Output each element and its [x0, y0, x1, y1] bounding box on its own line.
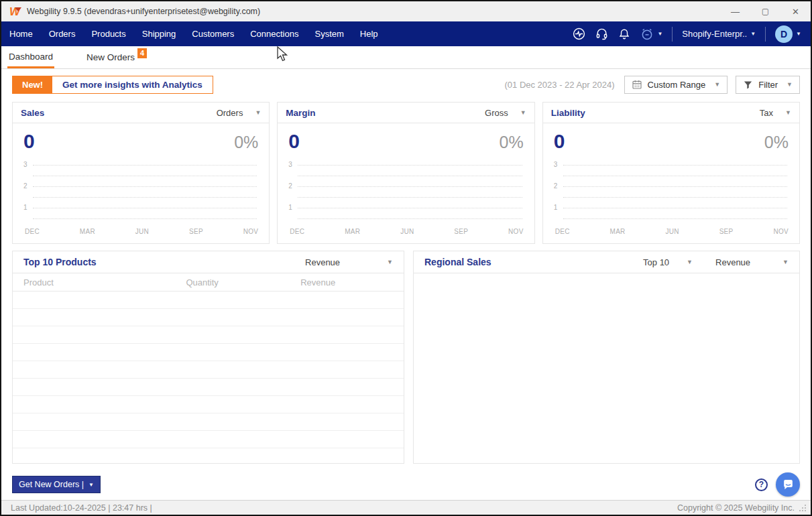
x-axis-tick: JUN [135, 228, 149, 235]
close-button[interactable]: ✕ [780, 1, 811, 21]
help-icon[interactable]: ? [755, 478, 768, 491]
margin-metric-dropdown-value: Gross [485, 108, 508, 118]
liability-percent: 0% [764, 133, 789, 152]
liability-metric-dropdown[interactable]: Tax ▼ [760, 108, 791, 118]
y-axis-tick: 3 [23, 161, 27, 168]
menu-separator [765, 27, 766, 42]
window-title: Webgility 9.9.5 (devendras+unifyenterpri… [27, 7, 260, 16]
get-new-orders-label: Get New Orders | [19, 480, 84, 489]
last-updated-text: Last Updated:10-24-2025 | 23:47 hrs | [11, 503, 152, 513]
x-axis-tick: JUN [665, 228, 679, 235]
analytics-banner[interactable]: New! Get more insights with Analytics [12, 76, 213, 94]
main-menu-bar: Home Orders Products Shipping Customers … [1, 21, 811, 46]
scheduler-clock-icon [640, 27, 654, 41]
tab-dashboard-label: Dashboard [9, 52, 53, 62]
regional-sales-title: Regional Sales [424, 257, 491, 267]
chevron-down-icon: ▼ [657, 31, 662, 37]
y-axis-tick: 1 [554, 204, 558, 211]
chevron-down-icon: ▼ [782, 259, 789, 265]
chevron-down-icon: ▼ [387, 259, 393, 265]
chevron-down-icon: ▼ [687, 259, 693, 265]
chat-launcher-icon[interactable] [776, 472, 800, 497]
store-selector-label: Shopify-Enterpr.. [682, 29, 747, 39]
support-headset-icon[interactable] [595, 27, 608, 41]
new-orders-count-badge: 4 [137, 48, 147, 58]
menu-item-orders[interactable]: Orders [41, 21, 84, 46]
table-row [13, 309, 404, 326]
liability-metric-dropdown-value: Tax [760, 108, 773, 118]
table-row [13, 361, 404, 379]
sales-percent: 0% [234, 133, 258, 152]
top-products-metric-dropdown[interactable]: Revenue ▼ [305, 257, 393, 267]
table-row [13, 326, 404, 344]
status-bar: Last Updated:10-24-2025 | 23:47 hrs | Co… [1, 500, 811, 515]
y-axis-tick: 2 [288, 182, 292, 190]
analytics-banner-label[interactable]: Get more insights with Analytics [52, 76, 213, 93]
chevron-down-icon: ▼ [787, 81, 793, 88]
minimize-button[interactable]: — [720, 1, 750, 21]
chevron-down-icon: ▼ [714, 81, 720, 88]
tab-dashboard[interactable]: Dashboard [7, 46, 54, 68]
menu-item-products[interactable]: Products [83, 21, 133, 46]
x-axis-tick: SEP [719, 228, 734, 235]
tab-new-orders[interactable]: New Orders 4 [85, 46, 136, 68]
top-products-column-headers: Product Quantity Revenue [13, 273, 404, 292]
liability-value: 0 [554, 130, 565, 153]
table-row [13, 431, 404, 448]
regional-sales-map-area [414, 273, 799, 463]
chevron-down-icon: ▼ [520, 109, 526, 116]
maximize-button[interactable]: ▢ [750, 1, 780, 21]
app-window: W Webgility 9.9.5 (devendras+unifyenterp… [0, 0, 812, 516]
custom-range-label: Custom Range [648, 80, 706, 90]
get-new-orders-button[interactable]: Get New Orders | ▼ [12, 476, 101, 493]
x-axis-tick: NOV [508, 228, 524, 235]
x-axis-tick: MAR [345, 228, 360, 235]
x-axis-tick: DEC [290, 228, 304, 235]
x-axis-tick: SEP [189, 228, 203, 235]
y-axis-tick: 2 [554, 182, 558, 190]
chevron-down-icon: ▼ [796, 31, 801, 37]
chevron-down-icon: ▼ [750, 31, 756, 37]
column-header-revenue: Revenue [300, 277, 393, 287]
sales-metric-dropdown[interactable]: Orders ▼ [217, 108, 262, 118]
margin-metric-dropdown[interactable]: Gross ▼ [485, 108, 526, 118]
margin-card-title: Margin [286, 108, 315, 118]
table-row [13, 396, 404, 413]
activity-status-icon[interactable] [572, 27, 585, 41]
regional-count-dropdown-value: Top 10 [643, 257, 669, 267]
store-selector-dropdown[interactable]: Shopify-Enterpr.. ▼ [682, 29, 756, 39]
menu-item-shipping[interactable]: Shipping [134, 21, 184, 46]
scheduler-dropdown[interactable]: ▼ [640, 27, 662, 41]
menu-item-customers[interactable]: Customers [184, 21, 242, 46]
user-menu[interactable]: D ▼ [775, 25, 801, 43]
copyright-text: Copyright © 2025 Webgility Inc. [677, 503, 795, 513]
liability-card: Liability Tax ▼ 0 0% [542, 102, 800, 244]
menu-item-system[interactable]: System [306, 21, 351, 46]
y-axis-tick: 1 [23, 204, 27, 211]
chevron-down-icon: ▼ [785, 109, 791, 116]
menu-item-help[interactable]: Help [352, 21, 386, 46]
margin-card: Margin Gross ▼ 0 0% [277, 102, 534, 244]
sales-card-title: Sales [21, 108, 44, 118]
menu-item-connections[interactable]: Connections [242, 21, 306, 46]
x-axis-tick: NOV [773, 228, 789, 235]
top-products-title: Top 10 Products [23, 257, 97, 267]
dashboard-content: New! Get more insights with Analytics (0… [1, 69, 811, 500]
top-products-card: Top 10 Products Revenue ▼ Product Quanti… [12, 251, 404, 464]
margin-chart: 3 2 1 [288, 162, 523, 224]
user-avatar: D [775, 25, 793, 43]
tab-bar: Dashboard New Orders 4 [1, 46, 811, 69]
x-axis-tick: SEP [454, 228, 468, 235]
table-row [13, 344, 404, 361]
regional-count-dropdown[interactable]: Top 10 ▼ [643, 257, 693, 267]
resize-grip[interactable] [799, 504, 807, 512]
regional-metric-dropdown[interactable]: Revenue ▼ [715, 257, 789, 267]
title-bar: W Webgility 9.9.5 (devendras+unifyenterp… [1, 1, 811, 21]
date-range-text: (01 Dec 2023 - 22 Apr 2024) [504, 80, 614, 90]
y-axis-tick: 2 [23, 182, 27, 190]
custom-range-button[interactable]: Custom Range ▼ [624, 76, 728, 94]
filter-button[interactable]: Filter ▼ [736, 76, 800, 94]
table-row [13, 379, 404, 396]
menu-item-home[interactable]: Home [1, 21, 41, 46]
notifications-bell-icon[interactable] [618, 27, 631, 41]
